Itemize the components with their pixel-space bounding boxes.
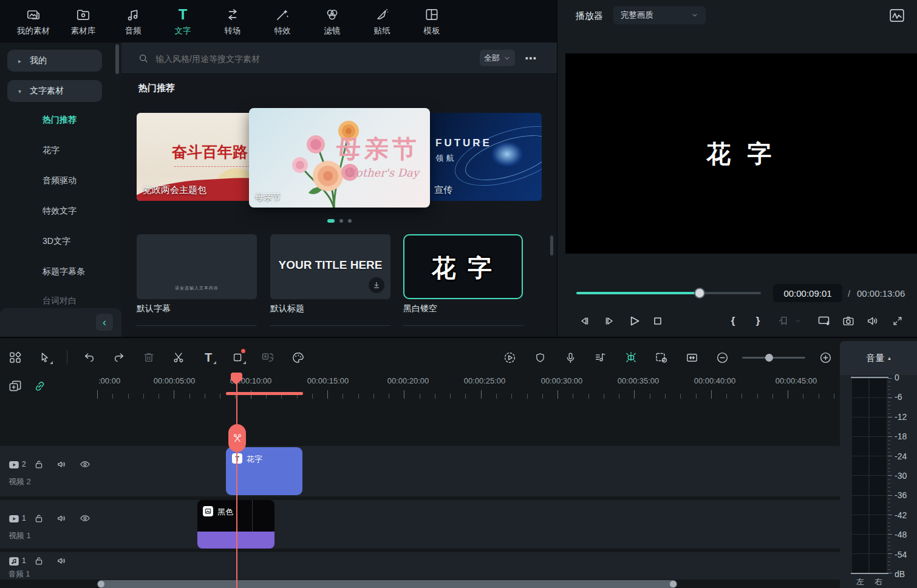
cut-scissors-badge[interactable]	[228, 424, 246, 452]
hide-track-button[interactable]	[79, 458, 91, 470]
mute-track-button[interactable]	[56, 458, 68, 470]
snapshot-button[interactable]	[839, 312, 857, 330]
fullscreen-button[interactable]	[888, 312, 907, 330]
nav-effects[interactable]: 特效	[262, 7, 302, 36]
video-preview[interactable]: 花 字	[565, 53, 917, 254]
sidebar-item-huazi[interactable]: 花字	[43, 145, 60, 156]
volume-panel-header[interactable]: 音量 ▴	[840, 341, 917, 375]
banner-future-tech[interactable]: FUTURE 领航 宣传	[428, 113, 542, 201]
zoom-slider-handle[interactable]	[765, 354, 773, 362]
seek-bar[interactable]	[576, 292, 761, 294]
mark-out-button[interactable]: }	[749, 312, 767, 330]
lock-track-button[interactable]	[33, 512, 45, 524]
record-voiceover-button[interactable]	[560, 347, 581, 368]
more-options-button[interactable]: ⋯	[521, 49, 540, 68]
fit-timeline-button[interactable]	[681, 347, 702, 368]
filter-label: 全部	[484, 53, 500, 64]
quality-dropdown[interactable]: 完整画质	[613, 6, 706, 24]
dropdown-corner	[50, 361, 53, 364]
redo-button[interactable]	[109, 347, 129, 368]
split-tool-button[interactable]	[168, 347, 189, 368]
timeline-scrollbar[interactable]	[97, 580, 677, 588]
track-name: 视频 1	[9, 530, 31, 541]
nav-templates[interactable]: 模板	[412, 7, 452, 36]
link-clips-button[interactable]	[33, 379, 47, 394]
sidebar-item-hot[interactable]: 热门推荐	[43, 115, 77, 126]
mark-in-button[interactable]: {	[724, 312, 742, 330]
lock-track-button[interactable]	[33, 458, 45, 470]
marker-button[interactable]	[775, 312, 793, 330]
sidebar-item-audio-driven[interactable]: 音频驱动	[43, 175, 77, 186]
collapse-panel-button[interactable]: ‹	[96, 314, 113, 331]
marker-dropdown-chevron[interactable]	[792, 312, 804, 330]
media-view-button[interactable]	[5, 347, 26, 368]
sidebar-item-3d-text[interactable]: 3D文字	[43, 236, 70, 247]
mute-track-button[interactable]	[56, 512, 68, 524]
carousel-dot-3[interactable]	[348, 219, 352, 223]
prev-frame-button[interactable]	[575, 312, 593, 330]
search-input[interactable]	[154, 50, 400, 68]
db-label: -36	[895, 490, 915, 500]
nav-transitions[interactable]: 转场	[213, 7, 253, 36]
nav-stickers[interactable]: 贴纸	[362, 7, 402, 36]
content-scrollbar[interactable]	[550, 235, 553, 255]
filter-dropdown[interactable]: 全部	[480, 50, 515, 66]
undo-button[interactable]	[79, 347, 100, 368]
timeline-zoom-slider[interactable]	[742, 347, 805, 368]
select-tool-button[interactable]	[35, 347, 55, 368]
hide-track-button[interactable]	[79, 512, 91, 524]
preview-clip-button[interactable]	[651, 347, 672, 368]
zoom-in-button[interactable]	[815, 347, 836, 368]
sidebar-scrollbar[interactable]	[115, 44, 119, 74]
nav-media-library[interactable]: 素材库	[63, 7, 103, 36]
lock-track-button[interactable]	[33, 555, 45, 567]
carousel-dot-1[interactable]	[327, 219, 335, 223]
sidebar-item-title-bar[interactable]: 标题字幕条	[43, 266, 85, 277]
zoom-out-button[interactable]	[712, 347, 732, 368]
card-default-title[interactable]: YOUR TITLE HERE	[270, 234, 390, 299]
color-palette-button[interactable]	[287, 347, 308, 368]
playhead-line[interactable]	[236, 373, 237, 588]
next-frame-button[interactable]	[601, 312, 619, 330]
second-screen-button[interactable]	[815, 312, 833, 330]
speech-to-text-button[interactable]	[257, 347, 278, 368]
divider	[137, 325, 257, 326]
crop-tool-button[interactable]	[228, 347, 248, 368]
sticker-icon	[374, 7, 390, 22]
mute-track-button[interactable]	[56, 555, 68, 567]
carousel-dot-2[interactable]	[339, 219, 343, 223]
text-tool-button[interactable]: T	[198, 347, 219, 368]
timeline-ruler[interactable]: :00:00 00:00:05:00 00:00:10:00 00:00:15:…	[97, 376, 840, 399]
media-library-icon	[75, 7, 91, 22]
seek-handle[interactable]	[695, 289, 704, 297]
download-button[interactable]	[369, 277, 384, 293]
nav-my-media[interactable]: 我的素材	[13, 7, 53, 36]
card-bw-outline[interactable]: 花 字	[403, 234, 523, 299]
marker-flag-button[interactable]	[530, 347, 550, 368]
nav-filters[interactable]: 滤镜	[312, 7, 352, 36]
scopes-button[interactable]	[888, 8, 905, 23]
sidebar-item-fx-text[interactable]: 特效文字	[43, 206, 77, 217]
sidebar-group-my[interactable]: ▸ 我的	[7, 50, 102, 72]
nav-audio[interactable]: 音频	[113, 7, 153, 36]
search-icon	[137, 52, 149, 64]
text-assets-panel: 全部 ⋯ 热门推荐 奋斗百年路 启航新 党政两会主题包 FUTURE 领航 宣传	[121, 42, 557, 337]
sidebar-group-text-assets[interactable]: ▾ 文字素材	[7, 80, 102, 102]
card-default-subtitle[interactable]: 请全选输入文本内容	[137, 234, 257, 299]
sidebar-item-dialogue[interactable]: 台词对白	[43, 296, 77, 306]
nav-text[interactable]: T 文字	[163, 7, 203, 36]
beat-detection-button[interactable]	[590, 347, 611, 368]
clip-label: 黑色	[217, 507, 233, 518]
current-timecode[interactable]: 00:00:09:01	[773, 284, 842, 302]
db-label: -30	[895, 471, 915, 481]
stop-button[interactable]	[649, 312, 667, 330]
play-button[interactable]	[625, 312, 643, 330]
add-track-button[interactable]	[7, 378, 24, 395]
card-preview-text: YOUR TITLE HERE	[270, 259, 390, 272]
mute-button[interactable]	[864, 312, 882, 330]
smart-cut-button[interactable]	[621, 347, 641, 368]
delete-button[interactable]	[138, 347, 159, 368]
render-preview-button[interactable]	[499, 347, 520, 368]
banner-mothers-day[interactable]: 母亲节 Mother's Day 母亲节	[249, 108, 430, 208]
brace-close: }	[756, 315, 760, 327]
